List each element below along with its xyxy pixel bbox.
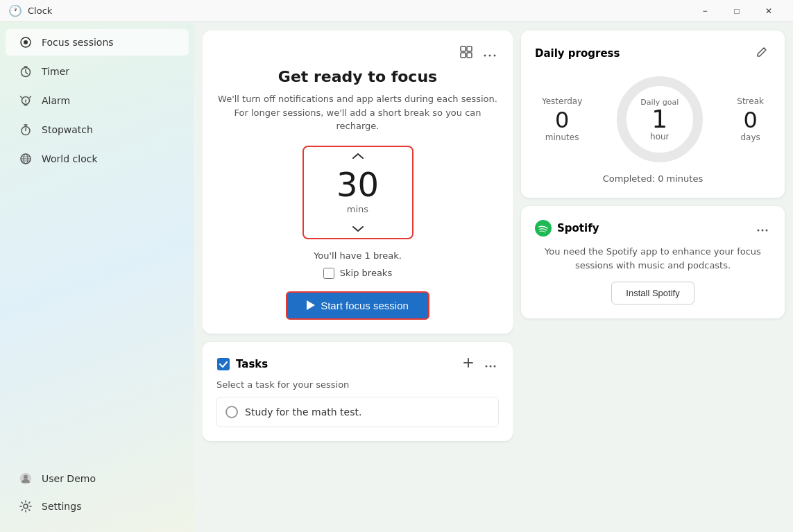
close-button[interactable]: ✕ <box>753 0 785 22</box>
sidebar-item-timer[interactable]: Timer <box>6 58 189 85</box>
play-icon <box>307 300 315 310</box>
spotify-logo-area: Spotify <box>535 220 599 237</box>
sidebar-item-settings[interactable]: Settings <box>6 493 189 520</box>
focus-description: We'll turn off notifications and app ale… <box>216 92 499 133</box>
install-spotify-button[interactable]: Install Spotify <box>611 282 694 304</box>
spotify-logo-icon <box>535 220 552 237</box>
sidebar-item-stopwatch[interactable]: Stopwatch <box>6 117 189 143</box>
yesterday-unit: minutes <box>542 132 582 142</box>
svg-point-1 <box>24 40 28 44</box>
sidebar-item-label-stopwatch: Stopwatch <box>42 124 93 135</box>
tasks-card: Tasks Select a task for your session Stu… <box>203 342 513 441</box>
sidebar-item-label-timer: Timer <box>42 66 69 77</box>
svg-point-7 <box>24 475 28 479</box>
svg-rect-12 <box>467 53 472 58</box>
sidebar-item-label-focus: Focus sessions <box>42 37 114 48</box>
titlebar-controls: − □ ✕ <box>689 0 785 22</box>
app-icon: 🕐 <box>8 4 22 17</box>
donut-center: Daily goal 1 hour <box>640 98 679 141</box>
sidebar: Focus sessions Timer Alarm <box>0 22 194 532</box>
left-column: Get ready to focus We'll turn off notifi… <box>203 31 513 524</box>
sidebar-item-user[interactable]: User Demo <box>6 465 189 492</box>
svg-rect-11 <box>461 53 466 58</box>
daily-goal-unit: hour <box>640 132 679 141</box>
right-column: Daily progress Yesterday 0 minutes <box>521 31 785 524</box>
skip-breaks-checkbox[interactable] <box>323 268 334 279</box>
spotify-header: Spotify <box>535 220 771 237</box>
svg-point-23 <box>766 230 768 232</box>
titlebar: 🕐 Clock − □ ✕ <box>0 0 793 22</box>
svg-rect-10 <box>467 46 472 51</box>
tasks-more-options-btn[interactable] <box>482 357 499 372</box>
minimize-button[interactable]: − <box>689 0 721 22</box>
skip-breaks-label[interactable]: Skip breaks <box>340 268 392 278</box>
streak-label: Streak <box>737 96 764 106</box>
sidebar-item-alarm[interactable]: Alarm <box>6 87 189 114</box>
spotify-more-options-btn[interactable] <box>754 221 771 236</box>
sidebar-item-label-world-clock: World clock <box>42 153 98 164</box>
time-value: 30 <box>336 165 379 204</box>
titlebar-left: 🕐 Clock <box>8 4 52 17</box>
sidebar-item-world-clock[interactable]: World clock <box>6 146 189 172</box>
donut-chart: Daily goal 1 hour <box>611 71 708 168</box>
svg-point-17 <box>486 365 488 367</box>
daily-progress-card: Daily progress Yesterday 0 minutes <box>521 31 785 198</box>
streak-stat: Streak 0 days <box>737 96 764 142</box>
svg-rect-16 <box>217 358 230 370</box>
svg-point-15 <box>494 55 496 57</box>
edit-progress-button[interactable] <box>753 44 771 62</box>
add-task-button[interactable] <box>460 356 477 372</box>
start-focus-session-button[interactable]: Start focus session <box>286 291 429 320</box>
tasks-subtitle: Select a task for your session <box>216 379 499 390</box>
svg-rect-9 <box>461 46 466 51</box>
svg-point-14 <box>489 55 491 57</box>
focus-sessions-icon <box>19 36 32 49</box>
svg-point-19 <box>494 365 496 367</box>
sidebar-item-focus-sessions[interactable]: Focus sessions <box>6 29 189 55</box>
spotify-name: Spotify <box>557 222 599 234</box>
timer-icon <box>19 65 32 78</box>
tasks-title: Tasks <box>236 358 454 370</box>
svg-point-21 <box>758 230 760 232</box>
skip-breaks-container: Skip breaks <box>216 268 499 279</box>
yesterday-value: 0 <box>542 109 582 131</box>
time-picker: 30 mins <box>302 146 413 239</box>
stopwatch-icon <box>19 123 32 136</box>
svg-point-22 <box>762 230 764 232</box>
focus-card-header <box>216 44 499 62</box>
user-avatar-icon <box>19 472 32 485</box>
time-down-button[interactable] <box>304 220 412 238</box>
time-up-button[interactable] <box>304 147 412 165</box>
sidebar-item-label-user: User Demo <box>42 473 96 484</box>
completed-text: Completed: 0 minutes <box>535 173 771 184</box>
yesterday-stat: Yesterday 0 minutes <box>542 96 582 142</box>
focus-card: Get ready to focus We'll turn off notifi… <box>203 31 513 334</box>
yesterday-label: Yesterday <box>542 96 582 106</box>
streak-value: 0 <box>737 109 764 131</box>
time-unit: mins <box>347 204 368 214</box>
start-button-label: Start focus session <box>321 300 409 311</box>
app-body: Focus sessions Timer Alarm <box>0 22 793 532</box>
tasks-header: Tasks <box>216 356 499 372</box>
spotify-card: Spotify You need the Spotify app to enha… <box>521 206 785 318</box>
progress-stats: Yesterday 0 minutes Daily goal 1 hour <box>535 71 771 168</box>
main-content: Get ready to focus We'll turn off notifi… <box>194 22 793 532</box>
settings-icon <box>19 500 32 513</box>
world-clock-icon <box>19 153 32 165</box>
multiview-icon-btn[interactable] <box>457 44 475 62</box>
task-item[interactable]: Study for the math test. <box>216 397 499 427</box>
task-label: Study for the math test. <box>245 406 361 418</box>
daily-goal-value: 1 <box>640 107 679 132</box>
svg-point-18 <box>490 365 492 367</box>
progress-title: Daily progress <box>535 47 620 60</box>
app-title: Clock <box>28 6 52 16</box>
sidebar-item-label-alarm: Alarm <box>42 95 70 106</box>
focus-more-options-btn[interactable] <box>481 44 499 62</box>
focus-title: Get ready to focus <box>216 68 499 85</box>
break-text: You'll have 1 break. <box>216 250 499 261</box>
task-radio[interactable] <box>225 406 238 418</box>
spotify-description: You need the Spotify app to enhance your… <box>535 245 771 272</box>
tasks-check-icon <box>216 357 230 371</box>
maximize-button[interactable]: □ <box>721 0 753 22</box>
svg-point-8 <box>24 504 28 508</box>
